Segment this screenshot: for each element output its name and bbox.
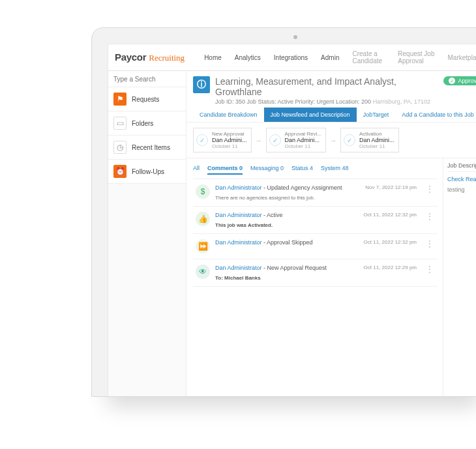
more-menu-icon[interactable]: ⋮ — [424, 239, 435, 253]
feed-detail: This job was Activated. — [215, 222, 359, 228]
feed-filter-tabs: All Comments 0 Messaging 0 Status 4 Syst… — [193, 162, 438, 179]
feed-and-description: All Comments 0 Messaging 0 Status 4 Syst… — [186, 158, 476, 396]
chain-who: Dan Admini... — [212, 137, 247, 143]
main-split: ⚑ Requests ▭ Folders ◷ Recent Items ⏰ Fo… — [108, 71, 476, 396]
job-meta-city: Harrisburg, PA, 17102 — [371, 98, 430, 105]
check-icon: ✓ — [449, 78, 455, 84]
feed-entry: 👍 Dan Administrator - Active This job wa… — [193, 207, 438, 234]
feed-action: - Updated Agency Assignment — [262, 184, 342, 191]
sidebar-label-folders: Folders — [132, 120, 153, 127]
sidebar-label-recent: Recent Items — [132, 144, 170, 151]
filter-all[interactable]: All — [193, 165, 200, 175]
chain-date: October 11 — [285, 143, 321, 149]
feed-timestamp: Oct 11, 2022 12:32 pm — [364, 239, 419, 253]
nav-admin[interactable]: Admin — [316, 52, 344, 63]
chain-step-approval-review[interactable]: ✓ Approval Revi... Dan Admini... October… — [266, 128, 326, 152]
chain-kind: Approval Revi... — [285, 131, 321, 137]
tab-candidate-breakdown[interactable]: Candidate Breakdown — [193, 108, 264, 122]
feed-action: - Approval Skipped — [262, 239, 313, 246]
feed-entry: $ Dan Administrator - Updated Agency Ass… — [193, 179, 438, 207]
dollar-icon: $ — [196, 184, 210, 199]
nav-integrations[interactable]: Integrations — [269, 52, 313, 63]
approved-label: Approved — [458, 78, 476, 84]
check-readability-link[interactable]: Check Readab — [447, 176, 476, 182]
feed-timestamp: Oct 11, 2022 12:32 pm — [364, 212, 419, 228]
chain-kind: Activation — [359, 131, 394, 137]
feed-timestamp: Oct 11, 2022 12:29 pm — [364, 265, 419, 281]
sidebar-item-recent[interactable]: ◷ Recent Items — [108, 136, 186, 160]
tab-jobtarget[interactable]: JobTarget — [357, 108, 396, 122]
tab-add-candidate[interactable]: Add a Candidate to this Job — [395, 108, 476, 122]
alarm-icon: ⏰ — [113, 165, 126, 178]
chain-step-activation[interactable]: ✓ Activation Dan Admini... October 11 — [340, 128, 399, 152]
sidebar-label-followups: Follow-Ups — [132, 168, 164, 175]
thumbs-up-icon: 👍 — [196, 212, 210, 226]
nav-create-candidate[interactable]: Create a Candidate — [347, 48, 390, 66]
filter-system[interactable]: System 48 — [321, 165, 349, 175]
feed-author[interactable]: Dan Administrator — [215, 239, 262, 246]
check-circle-icon: ✓ — [344, 134, 355, 146]
job-meta-prefix: Job ID: 350 Job Status: Active Priority:… — [215, 98, 371, 105]
more-menu-icon[interactable]: ⋮ — [424, 184, 435, 201]
sidebar-item-requests[interactable]: ⚑ Requests — [108, 87, 186, 111]
nav-marketplace[interactable]: Marketplace — [443, 52, 476, 63]
feed-detail: There are no agencies assigned to this j… — [215, 195, 360, 201]
feed-author[interactable]: Dan Administrator — [215, 212, 262, 218]
brand-sub: Recruiting — [149, 53, 185, 63]
feed-author[interactable]: Dan Administrator — [215, 184, 262, 191]
feed-detail: To: Michael Banks — [215, 275, 359, 281]
job-description-body: testing — [447, 186, 476, 193]
approval-chain: ✓ New Approval Dan Admini... October 11 … — [186, 123, 476, 158]
chevron-right-icon: → — [330, 137, 336, 144]
nav-request-job-approval[interactable]: Request Job Approval — [393, 48, 439, 66]
chain-step-new-approval[interactable]: ✓ New Approval Dan Admini... October 11 — [193, 128, 252, 152]
sidebar-search[interactable] — [108, 71, 186, 87]
content-column: ⓘ Learning, Measurement, and Impact Anal… — [186, 71, 476, 396]
job-meta: Job ID: 350 Job Status: Active Priority:… — [215, 98, 438, 105]
tab-job-newsfeed[interactable]: Job Newsfeed and Description — [264, 108, 357, 122]
chain-who: Dan Admini... — [285, 137, 321, 143]
job-description-header: Job Descriptio — [447, 162, 476, 172]
laptop-frame: Paycor Recruiting Home Analytics Integra… — [91, 27, 476, 397]
feed-timestamp: Nov 7, 2022 12:19 pm — [365, 184, 419, 201]
clock-icon: ◷ — [113, 141, 126, 154]
laptop-camera — [293, 35, 297, 39]
feed-column: All Comments 0 Messaging 0 Status 4 Syst… — [186, 158, 443, 396]
app-window: Paycor Recruiting Home Analytics Integra… — [108, 44, 476, 396]
chevron-right-icon: → — [256, 137, 262, 144]
job-header: ⓘ Learning, Measurement, and Impact Anal… — [186, 71, 476, 108]
sidebar: ⚑ Requests ▭ Folders ◷ Recent Items ⏰ Fo… — [108, 71, 186, 396]
search-input[interactable] — [113, 76, 196, 83]
filter-messaging[interactable]: Messaging 0 — [250, 165, 284, 175]
feed-author[interactable]: Dan Administrator — [215, 265, 262, 271]
sidebar-label-requests: Requests — [132, 96, 159, 103]
sidebar-item-folders[interactable]: ▭ Folders — [108, 111, 186, 136]
top-nav: Paycor Recruiting Home Analytics Integra… — [108, 44, 476, 71]
chain-date: October 11 — [212, 143, 247, 149]
feed-action: - New Approval Request — [262, 265, 327, 271]
folder-icon: ▭ — [113, 117, 126, 130]
chain-kind: New Approval — [212, 131, 247, 137]
sidebar-item-followups[interactable]: ⏰ Follow-Ups — [108, 160, 186, 184]
feed-action: - Active — [262, 212, 283, 218]
nav-analytics[interactable]: Analytics — [230, 52, 266, 63]
info-icon: ⓘ — [193, 76, 210, 93]
more-menu-icon[interactable]: ⋮ — [424, 265, 435, 281]
fast-forward-icon: ⏩ — [196, 239, 210, 253]
feed-entry: ⏩ Dan Administrator - Approval Skipped O… — [193, 234, 438, 259]
nav-home[interactable]: Home — [199, 52, 227, 63]
requests-icon: ⚑ — [113, 93, 126, 106]
feed-entry: 👁 Dan Administrator - New Approval Reque… — [193, 259, 438, 287]
brand-main: Paycor — [115, 51, 146, 63]
chain-who: Dan Admini... — [359, 137, 394, 143]
job-subtabs: Candidate Breakdown Job Newsfeed and Des… — [186, 108, 476, 123]
chain-date: October 11 — [359, 143, 394, 149]
filter-status[interactable]: Status 4 — [291, 165, 313, 175]
check-circle-icon: ✓ — [269, 134, 281, 146]
filter-comments[interactable]: Comments 0 — [207, 165, 243, 175]
more-menu-icon[interactable]: ⋮ — [424, 212, 435, 228]
check-circle-icon: ✓ — [196, 134, 208, 146]
approved-badge: ✓ Approved — [443, 76, 476, 85]
brand-logo: Paycor Recruiting — [115, 51, 185, 63]
job-description-panel: Job Descriptio Check Readab testing — [443, 158, 476, 396]
